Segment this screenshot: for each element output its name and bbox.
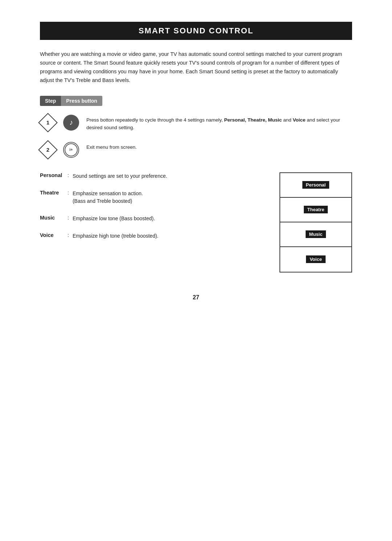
steps-section: 1 ♪ Press botton repeatedly to cycle thr…	[40, 115, 352, 158]
step-1-desc-plain: Press botton repeatedly to cycle through…	[86, 117, 224, 123]
step-2-number: 2	[46, 147, 49, 153]
tv-menu-item-theatre: Theatre	[304, 206, 328, 213]
setting-personal: Personal : Sound settings are set to you…	[40, 172, 269, 180]
intro-paragraph: Whether you are watching a movie or vide…	[40, 50, 352, 85]
tv-menu-section-voice: Voice	[280, 247, 351, 272]
tv-menu-panel: Personal Theatre Music Voice	[279, 172, 352, 272]
setting-theatre: Theatre : Emphasize sensation to action.…	[40, 190, 269, 205]
setting-voice-colon: :	[68, 232, 69, 238]
setting-music-colon: :	[68, 215, 69, 221]
page-number: 27	[40, 294, 352, 301]
setting-theatre-colon: :	[68, 190, 69, 196]
step-header-row: Step Press button	[40, 96, 352, 106]
setting-voice: Voice : Emphasize high tone (treble boos…	[40, 232, 269, 240]
setting-personal-colon: :	[68, 172, 69, 178]
setting-voice-name: Voice	[40, 232, 65, 238]
step-1-number: 1	[46, 119, 49, 126]
step-1-desc-voice: Voice	[293, 117, 306, 123]
tv-menu-item-personal: Personal	[302, 181, 330, 189]
settings-descriptions: Personal : Sound settings are set to you…	[40, 172, 269, 272]
setting-theatre-name: Theatre	[40, 190, 65, 196]
settings-area: Personal : Sound settings are set to you…	[40, 172, 352, 272]
tv-menu-item-voice: Voice	[306, 255, 326, 263]
step-2-description: Exit menu from screen.	[86, 142, 352, 151]
setting-music: Music : Emphasize low tone (Bass boosted…	[40, 215, 269, 223]
tv-menu-section-music: Music	[280, 222, 351, 247]
setting-music-name: Music	[40, 215, 65, 221]
step-2-row: 2 i+ Exit menu from screen.	[40, 142, 352, 158]
step-1-description: Press botton repeatedly to cycle through…	[86, 115, 352, 132]
step-1-row: 1 ♪ Press botton repeatedly to cycle thr…	[40, 115, 352, 132]
tv-menu-item-music: Music	[306, 230, 326, 238]
page-container: SMART SOUND CONTROL Whether you are watc…	[40, 0, 352, 330]
setting-music-desc: Emphasize low tone (Bass boosted).	[73, 215, 155, 223]
page-title-bar: SMART SOUND CONTROL	[40, 22, 352, 40]
tv-menu-section-theatre: Theatre	[280, 198, 351, 222]
music-note-icon-button: ♪	[63, 115, 79, 131]
step-label: Step	[40, 96, 61, 106]
setting-personal-desc: Sound settings are set to your preferenc…	[73, 172, 167, 180]
page-title: SMART SOUND CONTROL	[40, 26, 352, 36]
step-1-desc-bold: Personal, Theatre, Music	[224, 117, 282, 123]
step-1-diamond: 1	[40, 115, 56, 131]
music-note-icon: ♪	[69, 118, 73, 127]
step-2-desc-text: Exit menu from screen.	[86, 144, 137, 150]
step-2-diamond: 2	[40, 142, 56, 158]
setting-personal-name: Personal	[40, 172, 65, 178]
step-1-desc-and: and	[283, 117, 293, 123]
setting-theatre-line2: (Bass and Treble boosted)	[73, 198, 132, 204]
setting-theatre-line1: Emphasize sensation to action.	[73, 190, 143, 196]
tv-menu-section-personal: Personal	[280, 173, 351, 198]
info-icon-inner: i+	[65, 143, 78, 156]
press-button-label: Press button	[61, 96, 102, 106]
setting-theatre-desc: Emphasize sensation to action. (Bass and…	[73, 190, 143, 205]
info-icon: i+	[69, 148, 73, 152]
setting-voice-desc: Emphasize high tone (treble boosted).	[73, 232, 159, 240]
info-icon-button: i+	[63, 142, 79, 158]
